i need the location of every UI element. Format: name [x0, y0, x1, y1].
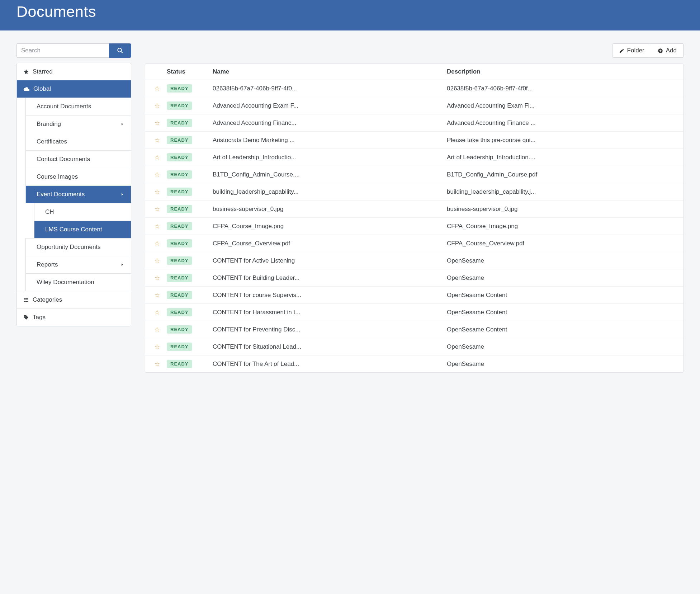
table-row[interactable]: ☆READYAdvanced Accounting Financ...Advan…: [145, 114, 683, 132]
nav-label: Tags: [33, 314, 46, 321]
sidebar-item[interactable]: Reports: [25, 256, 131, 273]
search-button[interactable]: [109, 43, 131, 58]
star-outline-icon[interactable]: ☆: [154, 171, 160, 178]
nav-global[interactable]: Global: [17, 80, 131, 98]
table-row[interactable]: ☆READYAristocrats Demo Marketing ...Plea…: [145, 132, 683, 149]
star-outline-icon[interactable]: ☆: [154, 309, 160, 316]
status-badge: READY: [167, 325, 192, 334]
doc-description: Advanced Accounting Exam Fi...: [447, 102, 678, 109]
sidebar-item[interactable]: Event Documents: [25, 185, 131, 203]
status-badge: READY: [167, 102, 192, 110]
sidebar-item[interactable]: Opportunity Documents: [25, 238, 131, 256]
col-status[interactable]: Status: [167, 68, 210, 75]
table-row[interactable]: ☆READYCONTENT for Harassment in t...Open…: [145, 304, 683, 321]
add-button[interactable]: Add: [651, 43, 684, 58]
sidebar-item-label: Opportunity Documents: [37, 244, 101, 251]
documents-table: Status Name Description ☆READY02638f5b-6…: [145, 63, 684, 373]
doc-name: CFPA_Course_Image.png: [213, 223, 444, 230]
table-row[interactable]: ☆READYCONTENT for Preventing Disc...Open…: [145, 321, 683, 338]
table-row[interactable]: ☆READYCFPA_Course_Image.pngCFPA_Course_I…: [145, 218, 683, 235]
status-badge: READY: [167, 291, 192, 299]
sidebar-item[interactable]: Branding: [25, 115, 131, 133]
sidebar-item-label: CH: [45, 208, 54, 216]
doc-description: OpenSesame: [447, 343, 678, 350]
doc-description: OpenSesame Content: [447, 292, 678, 299]
status-badge: READY: [167, 343, 192, 351]
star-outline-icon[interactable]: ☆: [154, 223, 160, 230]
status-badge: READY: [167, 170, 192, 179]
star-outline-icon[interactable]: ☆: [154, 240, 160, 247]
svg-rect-7: [25, 301, 28, 302]
plus-circle-icon: [658, 48, 663, 53]
star-outline-icon[interactable]: ☆: [154, 343, 160, 350]
doc-description: Advanced Accounting Finance ...: [447, 119, 678, 127]
table-row[interactable]: ☆READYbusiness-supervisor_0.jpgbusiness-…: [145, 201, 683, 218]
doc-description: OpenSesame Content: [447, 326, 678, 333]
table-row[interactable]: ☆READYCFPA_Course_Overview.pdfCFPA_Cours…: [145, 235, 683, 252]
sidebar-item-label: Event Documents: [37, 191, 85, 198]
col-name[interactable]: Name: [213, 68, 444, 75]
tag-icon: [23, 315, 29, 320]
folder-button[interactable]: Folder: [612, 43, 651, 58]
table-row[interactable]: ☆READYCONTENT for Building Leader...Open…: [145, 269, 683, 287]
sidebar-item[interactable]: Certificates: [25, 133, 131, 150]
table-row[interactable]: ☆READYCONTENT for Active ListeningOpenSe…: [145, 252, 683, 269]
nav-starred[interactable]: Starred: [17, 63, 131, 80]
star-outline-icon[interactable]: ☆: [154, 292, 160, 299]
table-row[interactable]: ☆READYbuilding_leadership_capability...b…: [145, 183, 683, 201]
sidebar: Starred Global Account DocumentsBranding…: [16, 43, 131, 326]
star-outline-icon[interactable]: ☆: [154, 326, 160, 333]
sidebar-item-label: Reports: [37, 261, 58, 268]
doc-description: OpenSesame: [447, 360, 678, 368]
star-outline-icon[interactable]: ☆: [154, 206, 160, 213]
sidebar-sub-item[interactable]: CH: [34, 203, 131, 221]
doc-name: building_leadership_capability...: [213, 188, 444, 195]
sidebar-item[interactable]: Contact Documents: [25, 150, 131, 168]
status-badge: READY: [167, 256, 192, 265]
doc-name: CONTENT for Situational Lead...: [213, 343, 444, 350]
status-badge: READY: [167, 205, 192, 213]
table-row[interactable]: ☆READYB1TD_Config_Admin_Course....B1TD_C…: [145, 166, 683, 183]
star-outline-icon[interactable]: ☆: [154, 274, 160, 282]
sidebar-item[interactable]: Wiley Documentation: [25, 273, 131, 291]
table-row[interactable]: ☆READYCONTENT for Situational Lead...Ope…: [145, 338, 683, 355]
status-badge: READY: [167, 188, 192, 196]
star-outline-icon[interactable]: ☆: [154, 102, 160, 109]
button-label: Folder: [627, 47, 644, 54]
page-title: Documents: [16, 3, 684, 20]
star-outline-icon[interactable]: ☆: [154, 257, 160, 264]
doc-name: CONTENT for Active Listening: [213, 257, 444, 264]
doc-description: 02638f5b-67a7-406b-9ff7-4f0f...: [447, 85, 678, 92]
main-panel: Folder Add Status Name Description ☆READ…: [145, 43, 684, 373]
status-badge: READY: [167, 274, 192, 282]
star-outline-icon[interactable]: ☆: [154, 154, 160, 161]
nav-tags[interactable]: Tags: [17, 308, 131, 326]
star-outline-icon[interactable]: ☆: [154, 119, 160, 127]
toolbar: Folder Add: [145, 43, 684, 58]
star-outline-icon[interactable]: ☆: [154, 137, 160, 144]
table-row[interactable]: ☆READYCONTENT for The Art of Lead...Open…: [145, 355, 683, 372]
col-description[interactable]: Description: [447, 68, 678, 75]
svg-point-8: [25, 316, 25, 317]
sidebar-sub-item[interactable]: LMS Course Content: [34, 221, 131, 238]
search-input[interactable]: [16, 43, 109, 58]
svg-rect-5: [25, 300, 28, 300]
table-row[interactable]: ☆READYArt of Leadership_Introductio...Ar…: [145, 149, 683, 166]
doc-description: B1TD_Config_Admin_Course.pdf: [447, 171, 678, 178]
button-label: Add: [666, 47, 677, 54]
sidebar-item[interactable]: Course Images: [25, 168, 131, 185]
cloud-icon: [23, 86, 30, 92]
nav-categories[interactable]: Categories: [17, 291, 131, 308]
star-outline-icon[interactable]: ☆: [154, 85, 160, 92]
star-outline-icon[interactable]: ☆: [154, 188, 160, 195]
table-row[interactable]: ☆READYCONTENT for course Supervis...Open…: [145, 287, 683, 304]
table-row[interactable]: ☆READYAdvanced Accounting Exam F...Advan…: [145, 97, 683, 114]
chevron-right-icon: [120, 192, 124, 197]
star-outline-icon[interactable]: ☆: [154, 360, 160, 368]
sidebar-item[interactable]: Account Documents: [25, 98, 131, 115]
doc-name: Advanced Accounting Financ...: [213, 119, 444, 127]
star-icon: [23, 69, 29, 75]
chevron-right-icon: [120, 122, 124, 126]
table-row[interactable]: ☆READY02638f5b-67a7-406b-9ff7-4f0...0263…: [145, 80, 683, 97]
nav-label: Categories: [33, 296, 62, 303]
